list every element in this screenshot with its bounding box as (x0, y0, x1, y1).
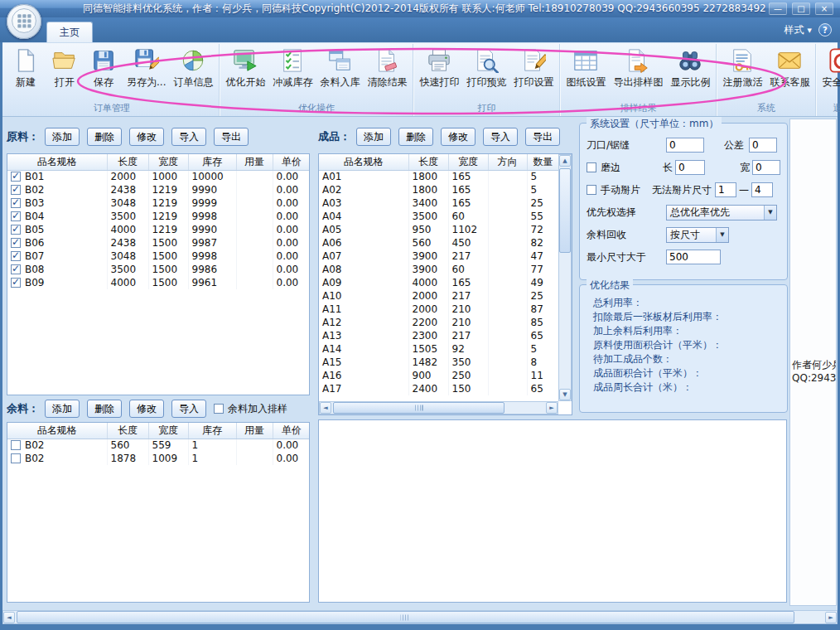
remnant-modify-button[interactable]: 修改 (129, 400, 164, 418)
style-menu[interactable]: 样式 ▼ (784, 23, 812, 37)
remnant-inbound-button[interactable]: 余料入库 (316, 46, 363, 102)
table-row[interactable]: B062438150099870.00 (7, 236, 310, 250)
scroll-left-arrow[interactable]: ◄ (3, 612, 15, 623)
remnant-delete-button[interactable]: 删除 (87, 400, 122, 418)
table-row[interactable]: A0218001655 (319, 183, 559, 196)
raw-add-button[interactable]: 添加 (45, 128, 80, 146)
table-row[interactable]: A10200021725 (319, 289, 559, 303)
priority-select[interactable]: 总优化率优先 ▼ (666, 205, 777, 220)
product-add-button[interactable]: 添加 (356, 128, 391, 146)
product-export-button[interactable]: 导出 (525, 128, 560, 146)
nobreak-min-input[interactable] (715, 182, 736, 197)
table-row[interactable]: A0435006055 (319, 210, 559, 223)
manual-break-checkbox[interactable] (587, 185, 596, 195)
tolerance-input[interactable] (749, 138, 777, 153)
deduct-inventory-button[interactable]: 冲减库存 (269, 46, 316, 102)
table-row[interactable]: B0120001000100000.00 (7, 170, 310, 183)
save-order-button[interactable]: 保存 (84, 46, 123, 102)
scroll-right-arrow[interactable]: ► (825, 612, 837, 623)
maximize-button[interactable]: □ (792, 2, 810, 15)
safe-exit-button[interactable]: 安全退出 (818, 46, 840, 102)
main-horizontal-scrollbar[interactable]: ◄ ► (2, 610, 838, 624)
table-row[interactable]: A03340016525 (319, 196, 559, 210)
table-row[interactable]: A07390021747 (319, 250, 559, 263)
print-settings-button[interactable]: 打印设置 (510, 46, 557, 102)
row-checkbox[interactable] (11, 185, 21, 195)
table-row[interactable]: A05950110272 (319, 223, 559, 236)
row-checkbox[interactable] (11, 440, 21, 450)
edging-checkbox[interactable] (587, 162, 596, 172)
open-order-button[interactable]: 打开 (46, 46, 84, 102)
display-scale-button[interactable]: 显示比例 (667, 46, 713, 102)
table-row[interactable]: B043500121999980.00 (7, 210, 310, 223)
table-row[interactable]: A11200021087 (319, 303, 559, 316)
raw-export-button[interactable]: 导出 (214, 128, 249, 146)
table-row[interactable]: B0256055910.00 (7, 439, 310, 452)
scrollbar-thumb[interactable] (333, 402, 504, 414)
table-row[interactable]: A1514823508 (319, 356, 559, 369)
scroll-right-arrow[interactable]: ► (546, 402, 558, 414)
export-layout-button[interactable]: 导出排样图 (610, 46, 666, 102)
table-row[interactable]: B054000121999900.00 (7, 223, 310, 236)
register-activate-button[interactable]: 注册激活 (719, 46, 765, 102)
edge-width-input[interactable] (752, 160, 780, 175)
minsize-input[interactable] (666, 250, 721, 264)
save-as-button[interactable]: 另存为... (123, 46, 169, 102)
raw-delete-button[interactable]: 删除 (87, 128, 122, 146)
table-row[interactable]: A09400016549 (319, 276, 559, 289)
row-checkbox[interactable] (11, 264, 21, 274)
scrollbar-thumb[interactable] (17, 611, 794, 623)
app-menu-button[interactable] (7, 4, 41, 39)
kerf-input[interactable] (666, 138, 704, 153)
print-preview-button[interactable]: 打印预览 (463, 46, 509, 102)
row-checkbox[interactable] (11, 453, 21, 463)
remnant-import-button[interactable]: 导入 (171, 400, 206, 418)
drawing-settings-button[interactable]: 图纸设置 (562, 46, 609, 102)
table-row[interactable]: A141505925 (319, 342, 559, 356)
table-row[interactable]: B094000150099610.00 (7, 276, 310, 289)
scroll-up-arrow[interactable]: ▲ (559, 155, 571, 167)
table-row[interactable]: A0656045082 (319, 236, 559, 250)
scrollbar-thumb[interactable] (559, 168, 571, 253)
remnant-add-button[interactable]: 添加 (45, 400, 80, 418)
table-row[interactable]: A12220021085 (319, 316, 559, 329)
products-vertical-scrollbar[interactable]: ▲ ▼ (558, 154, 572, 401)
clear-results-button[interactable]: 清除结果 (364, 46, 410, 102)
row-checkbox[interactable] (11, 172, 21, 182)
raw-modify-button[interactable]: 修改 (129, 128, 164, 146)
product-modify-button[interactable]: 修改 (441, 128, 476, 146)
help-button[interactable]: ? (818, 23, 832, 36)
table-row[interactable]: B033048121999990.00 (7, 196, 310, 210)
row-checkbox[interactable] (11, 238, 21, 248)
quick-print-button[interactable]: 快速打印 (416, 46, 462, 102)
edge-length-input[interactable] (675, 160, 705, 175)
contact-support-button[interactable]: 联系客服 (766, 46, 813, 102)
row-checkbox[interactable] (11, 251, 21, 261)
table-row[interactable]: A0839006077 (319, 263, 559, 276)
product-import-button[interactable]: 导入 (483, 128, 518, 146)
products-horizontal-scrollbar[interactable]: ◄ ► (319, 401, 558, 414)
start-optimization-button[interactable]: 优化开始 (222, 46, 268, 102)
table-row[interactable]: B021878100910.00 (7, 452, 310, 465)
table-row[interactable]: A0118001655 (319, 170, 559, 183)
order-info-button[interactable]: 订单信息 (170, 46, 216, 102)
row-checkbox[interactable] (11, 198, 21, 208)
table-row[interactable]: B073048150099980.00 (7, 250, 310, 263)
row-checkbox[interactable] (11, 211, 21, 221)
table-row[interactable]: A1690025011 (319, 369, 559, 382)
row-checkbox[interactable] (11, 278, 21, 288)
table-row[interactable]: B022438121999900.00 (7, 183, 310, 196)
remnant-include-checkbox[interactable] (214, 404, 224, 414)
nobreak-max-input[interactable] (751, 182, 773, 197)
scroll-left-arrow[interactable]: ◄ (320, 402, 331, 414)
new-order-button[interactable]: 新建 (7, 46, 45, 102)
minimize-button[interactable]: — (769, 2, 787, 15)
tab-home[interactable]: 主页 (46, 22, 93, 42)
table-row[interactable]: B083500150099860.00 (7, 263, 310, 276)
table-row[interactable]: A13230021765 (319, 329, 559, 342)
recycle-select[interactable]: 按尺寸 ▼ (666, 227, 729, 243)
raw-import-button[interactable]: 导入 (171, 128, 206, 146)
table-row[interactable]: A17240015065 (319, 382, 559, 395)
row-checkbox[interactable] (11, 225, 21, 235)
close-button[interactable]: × (815, 2, 833, 15)
